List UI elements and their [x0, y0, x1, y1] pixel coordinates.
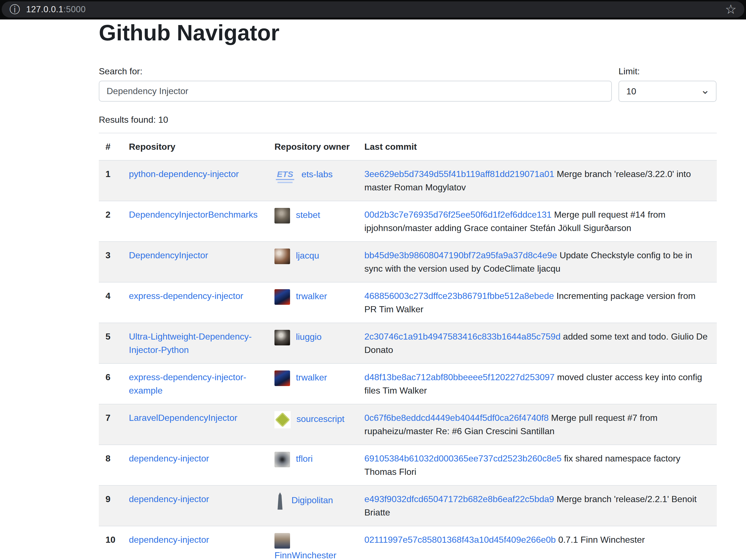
repo-link[interactable]: dependency-injector [129, 494, 209, 504]
owner-avatar [275, 330, 290, 346]
repo-link[interactable]: LaravelDependencyInjector [129, 413, 237, 423]
table-row: 8dependency-injector tflori69105384b6103… [99, 445, 717, 485]
owner-avatar [275, 371, 290, 386]
commit-sha-link[interactable]: e493f9032dfcd65047172b682e8b6eaf22c5bda9 [364, 494, 554, 504]
row-number: 10 [99, 526, 122, 560]
commit-sha-link[interactable]: 0c67f6be8eddcd4449eb4044f5df0ca26f4740f8 [364, 413, 549, 423]
column-header-0: # [99, 133, 122, 160]
owner-link[interactable]: stebet [296, 210, 320, 220]
owner-avatar [275, 492, 286, 510]
limit-label: Limit: [619, 66, 640, 77]
owner-avatar [275, 411, 291, 429]
repo-link[interactable]: python-dependency-injector [129, 169, 239, 179]
commit-sha-link[interactable]: 2c30746c1a91b4947583416c833b1644a85c759d [364, 331, 561, 342]
table-row: 10dependency-injector FinnWinchester0211… [99, 526, 717, 560]
repo-link[interactable]: Ultra-Lightweight-Dependency-Injector-Py… [129, 331, 252, 355]
repo-link[interactable]: express-dependency-injector [129, 291, 243, 301]
table-row: 6express-dependency-injector-example trw… [99, 363, 717, 404]
column-header-2: Repository owner [268, 133, 358, 160]
repo-link[interactable]: dependency-injector [129, 453, 209, 464]
table-header: #RepositoryRepository ownerLast commit [99, 133, 717, 160]
commit-sha-link[interactable]: bb45d9e3b98608047190bf72a95fa9a37d8c4e9e [364, 250, 557, 260]
bookmark-star-icon[interactable]: ☆ [725, 1, 737, 17]
limit-select[interactable]: 10 [619, 81, 717, 102]
table-row: 5Ultra-Lightweight-Dependency-Injector-P… [99, 323, 717, 363]
owner-avatar [275, 533, 290, 549]
sourcescript-diamond-icon [275, 412, 290, 427]
row-number: 4 [99, 282, 122, 323]
page-title: Github Navigator [99, 20, 280, 46]
info-icon[interactable]: ⓘ [9, 4, 20, 15]
ets-logo-subline [278, 182, 292, 183]
column-header-3: Last commit [358, 133, 717, 160]
row-number: 8 [99, 445, 122, 485]
results-count: Results found: 10 [99, 115, 168, 125]
owner-link[interactable]: Digipolitan [291, 495, 333, 505]
row-number: 3 [99, 242, 122, 282]
table-row: 2DependencyInjectorBenchmarks stebet00d2… [99, 201, 717, 242]
owner-link[interactable]: FinnWinchester [275, 550, 336, 560]
url-text[interactable]: 127.0.0.1:5000 [26, 4, 86, 14]
column-header-1: Repository [122, 133, 268, 160]
row-number: 6 [99, 363, 122, 404]
owner-avatar [275, 289, 290, 305]
row-number: 2 [99, 201, 122, 242]
commit-sha-link[interactable]: 468856003c273dffce23b86791fbbe512a8ebede [364, 291, 554, 301]
ets-logo-text: ETS [276, 170, 294, 180]
owner-link[interactable]: sourcescript [296, 414, 345, 424]
owner-link[interactable]: ljacqu [296, 250, 319, 261]
commit-message: 0.7.1 Finn Winchester [558, 535, 645, 545]
row-number: 7 [99, 404, 122, 445]
table-header-row: #RepositoryRepository ownerLast commit [99, 133, 717, 160]
repo-link[interactable]: dependency-injector [129, 535, 209, 545]
table-row: 9dependency-injector Digipolitane493f903… [99, 485, 717, 526]
owner-avatar [275, 248, 290, 264]
table-body: 1python-dependency-injectorETS ets-labs3… [99, 160, 717, 560]
repo-link[interactable]: DependencyInjector [129, 250, 208, 260]
row-number: 9 [99, 485, 122, 526]
search-label: Search for: [99, 66, 143, 77]
url-port: :5000 [63, 4, 86, 14]
commit-sha-link[interactable]: 00d2b3c7e76935d76f25ee50f6d1f2ef6ddce131 [364, 210, 552, 219]
owner-link[interactable]: trwalker [296, 373, 327, 382]
table-row: 4express-dependency-injector trwalker468… [99, 282, 717, 323]
owner-avatar [275, 452, 290, 467]
commit-sha-link[interactable]: 02111997e57c85801368f43a10d45f409e266e0b [364, 535, 556, 545]
browser-url-bar[interactable]: ⓘ 127.0.0.1:5000 [2, 1, 744, 18]
repo-link[interactable]: DependencyInjectorBenchmarks [129, 210, 257, 219]
browser-top-bar: ⓘ 127.0.0.1:5000 ☆ [0, 0, 746, 20]
table-row: 7LaravelDependencyInjector sourcescript0… [99, 404, 717, 445]
owner-avatar: ETS [275, 167, 296, 183]
limit-select-wrap: 10 ⌄ [619, 81, 717, 102]
row-number: 5 [99, 323, 122, 363]
search-input[interactable] [99, 81, 612, 101]
table-row: 1python-dependency-injectorETS ets-labs3… [99, 160, 717, 201]
results-table: #RepositoryRepository ownerLast commit 1… [99, 133, 717, 560]
owner-link[interactable]: ets-labs [302, 169, 333, 179]
owner-link[interactable]: liuggio [296, 332, 322, 342]
commit-sha-link[interactable]: 3ee629eb5d7349d55f41b119aff81dd219071a01 [364, 169, 554, 179]
owner-link[interactable]: trwalker [296, 291, 327, 301]
commit-sha-link[interactable]: 69105384b61032d000365ee737cd2523b260c8e5 [364, 453, 562, 464]
row-number: 1 [99, 160, 122, 201]
owner-link[interactable]: tflori [296, 454, 313, 464]
table-row: 3DependencyInjector ljacqubb45d9e3b98608… [99, 242, 717, 282]
owner-avatar [275, 208, 290, 224]
repo-link[interactable]: express-dependency-injector-example [129, 372, 246, 395]
commit-sha-link[interactable]: d48f13be8ac712abf80bbeeee5f120227d253097 [364, 372, 554, 382]
url-host: 127.0.0.1 [26, 4, 63, 14]
